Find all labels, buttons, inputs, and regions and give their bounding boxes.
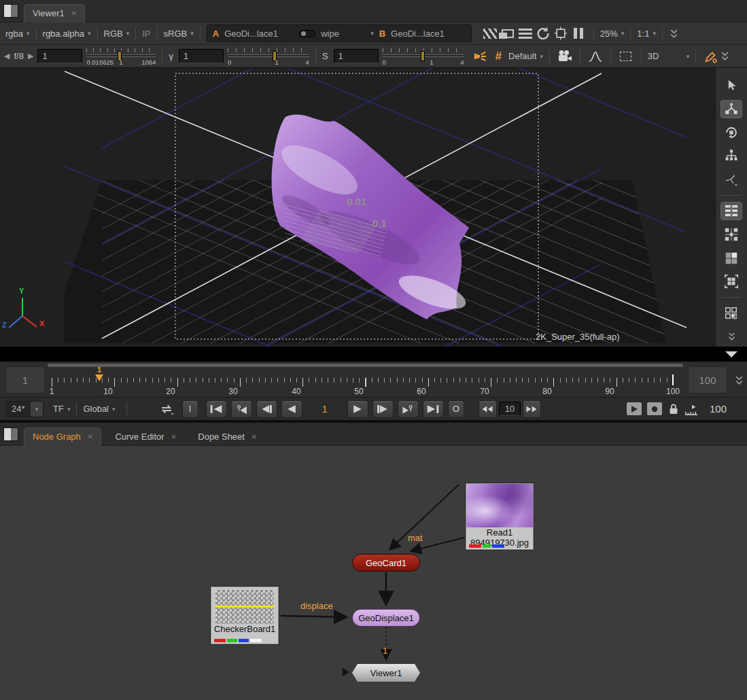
channel-dropdown[interactable]: rgba.alpha (43, 29, 84, 39)
node-graph-canvas[interactable]: Read1 894919730.jpg GeoCard1 CheckerBoar… (0, 446, 747, 700)
view-mode-dropdown[interactable]: 3D (648, 51, 683, 61)
proxy-ratio-dropdown[interactable]: 1:1 (637, 29, 649, 39)
wipe-handles-button[interactable] (720, 202, 742, 221)
saturation-input[interactable]: 1 (334, 49, 379, 63)
layer-dropdown[interactable]: rgba (5, 29, 23, 39)
rotate-tool-button[interactable] (720, 123, 742, 142)
loop-mode-button[interactable] (158, 401, 175, 417)
capture-button[interactable] (647, 402, 662, 415)
tf-dropdown[interactable]: TF (53, 404, 64, 414)
timeline-scrollbar[interactable] (48, 364, 683, 367)
next-frame-button[interactable] (372, 400, 394, 418)
timeline-chevron-icon[interactable] (734, 375, 744, 385)
tab-dope-sheet[interactable]: Dope Sheet × (190, 427, 264, 446)
node-read1[interactable]: Read1 894919730.jpg (466, 483, 534, 550)
prev-keyframe-button[interactable] (231, 400, 252, 418)
node-geocard1[interactable]: GeoCard1 (352, 554, 420, 572)
b-buffer-dropdown[interactable]: GeoDi...lace1 (391, 29, 445, 39)
play-backward-button[interactable] (281, 400, 302, 418)
a-buffer-dropdown[interactable]: GeoDi...lace1 (224, 29, 294, 39)
b-buffer-badge[interactable]: B (379, 29, 385, 39)
timeline-range-button[interactable] (682, 401, 700, 417)
display-mode-dropdown[interactable]: RGB (104, 29, 123, 39)
input-process-button[interactable]: IP (142, 29, 150, 39)
headlamp-button[interactable] (471, 48, 489, 65)
pane-split-icon[interactable] (3, 4, 18, 18)
multi-view-layout-button[interactable] (720, 225, 742, 244)
ab-toggle[interactable] (299, 30, 315, 37)
more-tools-chevron-icon[interactable] (727, 332, 737, 341)
fps-combo[interactable]: 24* ▾ (5, 401, 44, 417)
scanline-button[interactable] (517, 25, 534, 41)
flipbook-button[interactable] (627, 402, 642, 415)
lut-curve-button[interactable] (587, 48, 604, 65)
set-out-point-button[interactable]: O (448, 400, 464, 418)
a-buffer-badge[interactable]: A (213, 29, 219, 39)
saturation-slider[interactable]: 0 1 4 (383, 48, 464, 65)
prev-arrow-icon[interactable]: ◀ (4, 52, 10, 60)
timeline-start-frame[interactable]: 1 (5, 366, 45, 393)
safe-zone-button[interactable] (552, 25, 570, 41)
gamma-input[interactable]: 1 (179, 49, 224, 63)
next-arrow-icon[interactable]: ▶ (28, 52, 33, 60)
axis-tool-dropdown-button[interactable] (720, 170, 742, 189)
pane-split-icon[interactable] (3, 427, 18, 441)
prev-frame-button[interactable] (256, 400, 277, 418)
proxy-toggle-button[interactable] (499, 25, 517, 41)
slider-handle[interactable] (421, 51, 425, 61)
frame-layout-button[interactable] (720, 272, 742, 291)
select-tool-button[interactable] (720, 76, 742, 95)
timeline-end-frame[interactable]: 100 (688, 366, 727, 393)
layout-select-button[interactable] (720, 304, 742, 323)
goto-start-button[interactable] (206, 400, 227, 418)
close-icon[interactable]: × (71, 8, 77, 18)
more-options-chevron-icon[interactable] (669, 29, 679, 39)
split-view-button[interactable] (720, 249, 742, 268)
step-back-button[interactable] (479, 400, 497, 418)
wipe-mode-dropdown[interactable]: wipe (321, 29, 362, 39)
roi-button[interactable] (481, 25, 499, 41)
fstop-label[interactable]: f/8 (14, 51, 23, 61)
chevron-down-icon: ▾ (126, 30, 130, 37)
node-viewer1[interactable]: Viewer1 (352, 664, 420, 682)
scale-tool-button[interactable] (720, 147, 742, 166)
gamma-slider[interactable]: 0 1 4 (228, 48, 309, 65)
range-end-display[interactable]: 100 (710, 403, 727, 415)
tab-curve-editor[interactable]: Curve Editor × (107, 427, 184, 446)
tab-label: Viewer1 (33, 8, 65, 18)
node-checkerboard1[interactable]: CheckerBoard1 (211, 587, 279, 644)
close-icon[interactable]: × (88, 432, 93, 442)
timeline-ruler[interactable]: 1 10 20 30 40 50 60 70 80 90 100 1 (48, 362, 683, 398)
current-frame-display[interactable]: 1 (322, 403, 328, 415)
set-in-point-button[interactable]: I (182, 400, 198, 418)
translate-tool-button[interactable] (720, 100, 742, 119)
viewer-3d-viewport[interactable]: 0.01 0.1 2K_Super_35(full-ap) Y Z X (0, 68, 715, 347)
pause-button[interactable] (570, 25, 587, 41)
grid-toggle-button[interactable]: # (496, 50, 502, 63)
refresh-button[interactable] (534, 25, 552, 41)
viewer-lut-dropdown[interactable]: sRGB (164, 29, 188, 39)
expand-panel-triangle-icon[interactable] (725, 351, 737, 357)
selection-mode-button[interactable] (617, 48, 635, 65)
close-icon[interactable]: × (251, 432, 257, 442)
close-icon[interactable]: × (171, 432, 177, 442)
goto-end-button[interactable] (423, 400, 444, 418)
gain-slider[interactable]: 0.015625 1 1064 (86, 48, 156, 65)
node-geodisplace1[interactable]: GeoDisplace1 (352, 609, 420, 627)
play-forward-button[interactable] (347, 400, 368, 418)
tab-node-graph[interactable]: Node Graph × (24, 427, 101, 446)
tab-viewer1[interactable]: Viewer1 × (24, 4, 85, 22)
step-forward-button[interactable] (523, 400, 541, 418)
zoom-level-dropdown[interactable]: 25% (600, 29, 618, 39)
color-sample-button[interactable] (702, 48, 720, 65)
more-controls-chevron-icon[interactable] (720, 51, 730, 61)
gain-input[interactable]: 1 (37, 49, 82, 63)
frame-range-mode-dropdown[interactable]: Global (83, 404, 109, 414)
camera-button[interactable] (556, 48, 574, 65)
lock-range-button[interactable] (665, 401, 682, 417)
frame-increment-input[interactable]: 10 (499, 402, 521, 416)
next-keyframe-button[interactable] (398, 400, 419, 418)
chevron-down-icon: ▾ (621, 30, 625, 37)
tab-label: Curve Editor (115, 432, 164, 442)
stereo-preset-dropdown[interactable]: Default (508, 51, 536, 61)
